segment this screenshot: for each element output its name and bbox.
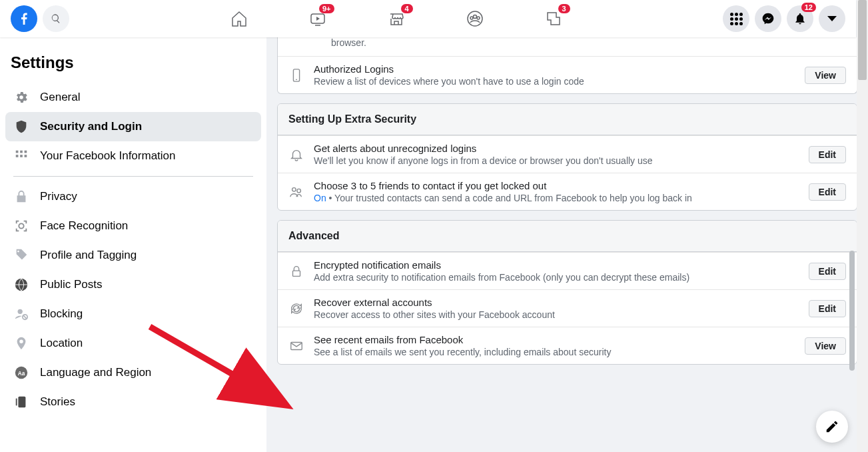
svg-point-11 <box>19 223 23 228</box>
sidebar-item-public-posts[interactable]: Public Posts <box>5 270 261 299</box>
row-title: See recent emails from Facebook <box>314 334 795 345</box>
tab-home[interactable] <box>203 0 276 37</box>
sidebar-title: Settings <box>5 48 261 83</box>
lock-icon <box>13 189 29 205</box>
svg-rect-6 <box>20 151 23 153</box>
sidebar-label: General <box>40 91 80 104</box>
row-sub: See a list of emails we sent you recentl… <box>314 347 795 357</box>
partial-top-card: browser. Authorized Logins Review a list… <box>277 37 857 94</box>
gear-icon <box>13 89 29 105</box>
row-sub: On • Your trusted contacts can send a co… <box>314 193 799 203</box>
svg-rect-5 <box>16 151 19 153</box>
topbar-right: 12 <box>723 5 856 32</box>
view-button[interactable]: View <box>805 337 846 355</box>
search-button[interactable] <box>43 5 69 32</box>
row-encrypted-emails[interactable]: Encrypted notification emails Add extra … <box>278 252 857 289</box>
sidebar-divider <box>13 176 253 177</box>
topbar-left <box>0 5 69 32</box>
row-sub: Review a list of devices where you won't… <box>314 76 795 87</box>
sidebar-item-face-recognition[interactable]: Face Recognition <box>5 211 261 241</box>
sidebar-item-security[interactable]: Security and Login <box>5 112 261 141</box>
sidebar-item-privacy[interactable]: Privacy <box>5 182 261 211</box>
sidebar-label: Public Posts <box>40 278 103 291</box>
settings-sidebar: Settings General Security and Login Your… <box>0 37 266 452</box>
row-title: Get alerts about unrecognized logins <box>314 143 799 154</box>
sidebar-item-your-info[interactable]: Your Facebook Information <box>5 141 261 171</box>
sidebar-item-language[interactable]: Aa Language and Region <box>5 358 261 387</box>
pin-icon <box>13 335 29 351</box>
sidebar-item-general[interactable]: General <box>5 83 261 112</box>
row-sub-text: • Your trusted contacts can send a code … <box>326 193 692 203</box>
sidebar-label: Your Facebook Information <box>40 149 176 163</box>
scrollbar-thumb[interactable] <box>849 251 855 371</box>
sidebar-label: Location <box>40 337 83 350</box>
notifications-button[interactable]: 12 <box>787 5 813 32</box>
svg-rect-18 <box>16 399 17 406</box>
edit-button[interactable]: Edit <box>809 146 846 163</box>
row-body: See recent emails from Facebook See a li… <box>314 334 795 357</box>
content-scrollbar[interactable] <box>848 37 856 452</box>
refresh-icon <box>288 301 304 317</box>
section-header: Advanced <box>278 221 857 252</box>
tab-watch[interactable]: 9+ <box>281 0 354 37</box>
section-advanced: Advanced Encrypted notification emails A… <box>277 220 857 365</box>
row-login-alerts[interactable]: Get alerts about unrecognized logins We'… <box>278 135 857 173</box>
facebook-logo[interactable] <box>11 5 37 32</box>
row-trusted-friends[interactable]: Choose 3 to 5 friends to contact if you … <box>278 173 857 210</box>
info-grid-icon <box>13 148 29 164</box>
edit-button[interactable]: Edit <box>809 263 846 280</box>
tab-gaming[interactable]: 3 <box>517 0 590 37</box>
edit-button[interactable]: Edit <box>809 300 846 317</box>
row-authorized-logins[interactable]: Authorized Logins Review a list of devic… <box>278 56 857 93</box>
scrollbar-thumb[interactable] <box>858 0 867 80</box>
row-title: Encrypted notification emails <box>314 259 799 271</box>
svg-rect-7 <box>25 151 27 153</box>
sidebar-item-location[interactable]: Location <box>5 329 261 358</box>
sidebar-label: Stories <box>40 395 75 409</box>
row-title: Authorized Logins <box>314 63 795 75</box>
section-extra-security: Setting Up Extra Security Get alerts abo… <box>277 103 857 211</box>
gaming-badge: 3 <box>558 4 570 13</box>
svg-rect-9 <box>20 155 23 157</box>
row-title: Recover external accounts <box>314 297 799 308</box>
phone-icon <box>288 67 304 83</box>
svg-point-3 <box>470 17 473 19</box>
language-icon: Aa <box>13 365 29 381</box>
svg-point-4 <box>477 17 480 19</box>
view-button[interactable]: View <box>805 67 846 84</box>
browser-scrollbar[interactable] <box>857 0 868 452</box>
svg-point-13 <box>18 309 23 314</box>
account-dropdown-button[interactable] <box>819 5 845 32</box>
tag-icon <box>13 247 29 263</box>
sidebar-label: Face Recognition <box>40 219 128 233</box>
row-recent-emails[interactable]: See recent emails from Facebook See a li… <box>278 327 857 364</box>
lock-icon <box>288 263 304 279</box>
sidebar-label: Privacy <box>40 190 77 203</box>
row-body: Choose 3 to 5 friends to contact if you … <box>314 180 799 203</box>
row-body: Recover external accounts Recover access… <box>314 297 799 320</box>
messenger-button[interactable] <box>755 5 781 32</box>
tab-marketplace[interactable]: 4 <box>360 0 433 37</box>
row-sub: Add extra security to notification email… <box>314 272 799 283</box>
sidebar-item-profile-tagging[interactable]: Profile and Tagging <box>5 241 261 270</box>
envelope-icon <box>288 338 304 354</box>
svg-text:Aa: Aa <box>18 371 25 377</box>
row-recover-accounts[interactable]: Recover external accounts Recover access… <box>278 289 857 327</box>
sidebar-label: Profile and Tagging <box>40 249 137 262</box>
globe-icon <box>13 277 29 293</box>
row-body: Encrypted notification emails Add extra … <box>314 259 799 283</box>
top-navbar: 9+ 4 3 12 <box>0 0 856 37</box>
edit-button[interactable]: Edit <box>809 183 846 201</box>
on-status: On <box>314 193 326 203</box>
block-user-icon <box>13 306 29 322</box>
menu-grid-button[interactable] <box>723 5 749 32</box>
tab-groups[interactable] <box>438 0 512 37</box>
sidebar-item-blocking[interactable]: Blocking <box>5 299 261 329</box>
sidebar-item-stories[interactable]: Stories <box>5 387 261 417</box>
market-badge: 4 <box>401 4 413 13</box>
grid-icon <box>730 13 743 25</box>
svg-rect-10 <box>25 155 27 157</box>
sidebar-label: Language and Region <box>40 366 151 379</box>
shield-icon <box>13 119 29 135</box>
compose-fab[interactable] <box>816 411 848 443</box>
